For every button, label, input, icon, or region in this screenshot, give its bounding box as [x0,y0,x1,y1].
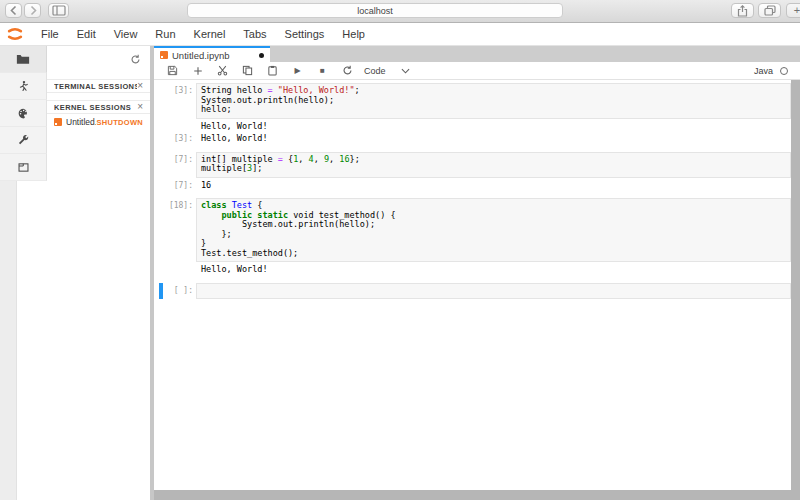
close-icon[interactable]: × [137,102,143,112]
input-prompt: [18]: [154,198,193,262]
main-dock-panel: Untitled.ipynb ▶ ■ Code Java [3]:String … [154,46,800,500]
menu-help[interactable]: Help [333,28,374,40]
menu-view[interactable]: View [105,28,147,40]
tab-overview-icon [764,5,776,16]
notebook-toolbar: ▶ ■ Code Java [154,62,800,80]
sidebar-tab-cell-tools[interactable] [0,127,47,154]
menu-tabs[interactable]: Tabs [234,28,275,40]
cell-type-value: Code [364,66,386,76]
terminal-sessions-label: TERMINAL SESSIONS [54,82,137,91]
share-button[interactable] [731,3,754,18]
browser-chrome: localhost + [0,0,800,23]
menu-run[interactable]: Run [146,28,184,40]
restart-kernel-button[interactable] [335,63,360,78]
cell-editor[interactable] [196,283,791,300]
menu-kernel[interactable]: Kernel [185,28,235,40]
url-text: localhost [357,6,393,16]
unsaved-dot-icon[interactable] [259,53,264,58]
cell-output: [7]:16 [154,181,791,191]
code-cell[interactable]: [18]:class Test { public static void tes… [154,198,791,262]
horizontal-scrollbar[interactable] [154,490,800,500]
terminal-sessions-header: TERMINAL SESSIONS × [47,79,150,93]
jupyter-logo [6,27,24,41]
add-cell-button[interactable] [185,63,210,78]
input-prompt: [ ]: [154,283,193,300]
url-bar[interactable]: localhost [187,3,563,18]
refresh-sessions-button[interactable] [130,54,141,65]
sidebar-toggle-icon [52,5,66,16]
notebook-tab[interactable]: Untitled.ipynb [154,46,270,62]
sidebar-tabs [0,46,47,181]
kernel-indicator[interactable]: Java [754,62,788,79]
sidebar-tab-files[interactable] [0,46,47,73]
input-prompt: [3]: [154,83,193,119]
notebook-tab-title: Untitled.ipynb [172,50,255,61]
input-prompt: [7]: [154,152,193,178]
output-text: 16 [196,181,211,191]
paste-cells-button[interactable] [260,63,285,78]
wrench-icon [17,134,30,147]
cut-cells-button[interactable] [210,63,235,78]
interrupt-kernel-button[interactable]: ■ [310,63,335,78]
sidebar-tab-open-tabs[interactable] [0,154,47,181]
palette-icon [17,107,30,120]
forward-button[interactable] [24,3,41,18]
save-button[interactable] [160,63,185,78]
window-icon [17,161,30,174]
sidebar-tab-running-sessions[interactable] [0,73,47,100]
menu-edit[interactable]: Edit [68,28,105,40]
output-prompt [154,265,193,275]
back-button[interactable] [5,3,22,18]
running-man-icon [17,80,30,93]
output-text: Hello, World! [196,265,268,275]
cell-output: Hello, World! [154,122,791,132]
vertical-scrollbar[interactable] [791,80,800,500]
output-prompt [154,122,193,132]
cell-output: [3]:Hello, World! [154,134,791,144]
folder-icon [16,52,30,66]
cell-editor[interactable]: int[] multiple = {1, 4, 9, 16};multiple[… [196,152,791,178]
menu-settings[interactable]: Settings [276,28,334,40]
cell-output: Hello, World! [154,265,791,275]
tab-overview-button[interactable] [758,3,781,18]
dock-tab-bar: Untitled.ipynb [154,46,800,62]
output-prompt: [3]: [154,134,193,144]
kernel-sessions-label: KERNEL SESSIONS [54,103,137,112]
menu-bar: File Edit View Run Kernel Tabs Settings … [0,23,800,46]
code-cell[interactable]: [7]:int[] multiple = {1, 4, 9, 16};multi… [154,152,791,178]
kernel-session-item[interactable]: Untitled.ipy... SHUTDOWN [47,114,150,130]
close-icon[interactable]: × [137,81,143,91]
sidebar-toggle-button[interactable] [48,3,69,18]
kernel-name: Java [754,66,773,76]
run-cell-button[interactable]: ▶ [285,63,310,78]
session-name: Untitled.ipy... [66,117,96,127]
output-text: Hello, World! [196,134,268,144]
output-prompt: [7]: [154,181,193,191]
stop-icon: ■ [320,67,325,75]
running-sessions-panel: TERMINAL SESSIONS × KERNEL SESSIONS × Un… [47,46,150,500]
shutdown-button[interactable]: SHUTDOWN [96,118,143,127]
new-tab-button[interactable]: + [786,3,800,18]
code-cell[interactable]: [3]:String hello = "Hello, World!";Syste… [154,83,791,119]
share-icon [737,5,748,17]
output-text: Hello, World! [196,122,268,132]
chevron-down-icon [401,68,410,74]
menu-file[interactable]: File [32,28,68,40]
forward-icon [28,5,38,16]
back-icon [9,5,19,16]
kernel-sessions-header: KERNEL SESSIONS × [47,100,150,114]
cell-editor[interactable]: class Test { public static void test_met… [196,198,791,262]
copy-cells-button[interactable] [235,63,260,78]
notebook-icon [160,51,168,59]
play-icon: ▶ [294,67,300,75]
notebook-icon [54,118,62,126]
code-cell[interactable]: [ ]: [154,283,791,300]
cell-type-dropdown[interactable]: Code [364,66,410,76]
new-tab-icon: + [794,4,800,17]
notebook-cells: [3]:String hello = "Hello, World!";Syste… [154,80,791,490]
kernel-idle-icon [780,67,788,75]
sidebar-tab-commands[interactable] [0,100,47,127]
cell-editor[interactable]: String hello = "Hello, World!";System.ou… [196,83,791,119]
